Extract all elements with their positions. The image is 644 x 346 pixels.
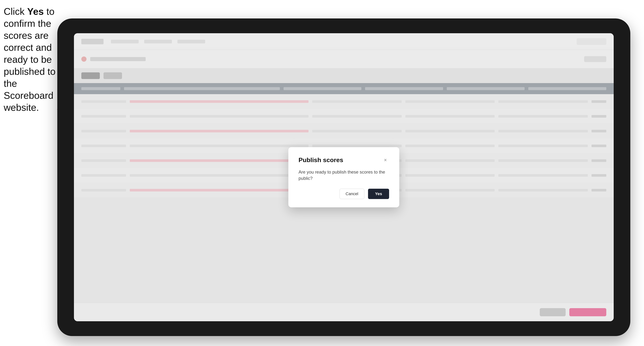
tablet-screen: Publish scores × Are you ready to publis…: [74, 33, 614, 321]
dialog-header: Publish scores ×: [298, 156, 389, 164]
tablet-device: Publish scores × Are you ready to publis…: [57, 18, 630, 336]
annotation-text: Click Yes to confirm the scores are corr…: [4, 5, 57, 114]
cancel-button[interactable]: Cancel: [340, 189, 364, 199]
dialog-body-text: Are you ready to publish these scores to…: [298, 169, 389, 181]
dialog-title: Publish scores: [298, 156, 343, 164]
modal-overlay: Publish scores × Are you ready to publis…: [74, 33, 614, 321]
dialog-close-button[interactable]: ×: [382, 156, 389, 164]
yes-button[interactable]: Yes: [368, 189, 389, 199]
publish-scores-dialog: Publish scores × Are you ready to publis…: [288, 147, 399, 207]
dialog-footer: Cancel Yes: [298, 189, 389, 199]
